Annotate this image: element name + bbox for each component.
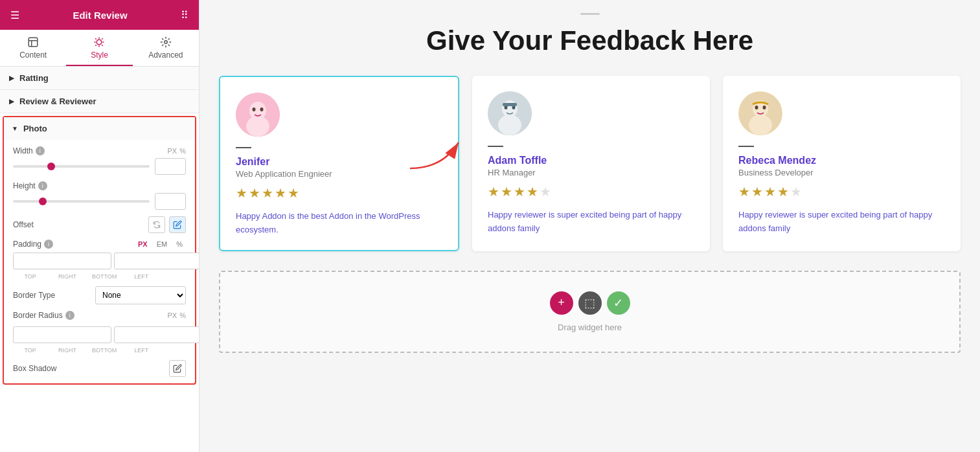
avatar-1	[488, 91, 532, 135]
card-divider-0	[236, 147, 251, 148]
svg-point-1	[97, 40, 102, 45]
confirm-widget-button[interactable]: ✓	[607, 291, 630, 315]
svg-point-7	[260, 107, 264, 111]
review-text-1: Happy reviewer is super excited being pa…	[488, 209, 694, 236]
reviewer-title-2: Business Developer	[738, 168, 945, 177]
reviewer-title-0: Web Application Engnieer	[236, 169, 442, 179]
box-shadow-label: Box Shadow	[13, 364, 56, 373]
drag-buttons: + ⬚ ✓	[550, 291, 630, 315]
review-card-0[interactable]: Jenifer Web Application Engnieer ★ ★ ★ ★…	[219, 76, 459, 251]
border-radius-info-icon[interactable]: i	[65, 311, 74, 320]
svg-point-2	[165, 41, 168, 44]
svg-point-10	[498, 115, 521, 135]
offset-control: Offset	[13, 216, 186, 233]
svg-rect-13	[503, 103, 517, 106]
stars-2: ★ ★ ★ ★ ★	[738, 184, 945, 199]
box-shadow-control: Box Shadow	[13, 360, 186, 377]
grid-icon[interactable]: ⠿	[181, 9, 188, 21]
tab-style-label: Style	[91, 51, 108, 60]
review-card-2[interactable]: Rebeca Mendez Business Developer ★ ★ ★ ★…	[723, 76, 961, 251]
photo-arrow-icon: ▼	[12, 125, 18, 132]
padding-left-label: LEFT	[124, 273, 159, 280]
svg-point-16	[749, 115, 772, 135]
height-input[interactable]	[155, 193, 186, 210]
top-bar-line	[580, 13, 600, 15]
svg-point-18	[763, 106, 766, 109]
section-review-reviewer[interactable]: ▶ Review & Reviewer	[0, 90, 199, 113]
card-divider-2	[738, 146, 754, 147]
reviewer-name-1: Adam Toffle	[488, 155, 694, 166]
br-left-label: LEFT	[124, 347, 159, 354]
br-unit-px[interactable]: PX	[168, 311, 177, 319]
padding-bottom-label: BOTTOM	[87, 273, 122, 280]
border-radius-top-input[interactable]	[13, 326, 111, 343]
padding-top-input[interactable]	[13, 253, 111, 269]
padding-unit-percent[interactable]: %	[173, 240, 186, 249]
height-label: Height i	[13, 181, 186, 190]
cards-row: Jenifer Web Application Engnieer ★ ★ ★ ★…	[219, 76, 961, 251]
avatar-0	[236, 93, 280, 137]
width-label: Width i	[13, 146, 45, 155]
height-control: Height i	[13, 181, 186, 210]
right-content: Give Your Feedback Here Je	[199, 0, 980, 452]
height-info-icon[interactable]: i	[38, 181, 47, 190]
review-card-1[interactable]: Adam Toffle HR Manager ★ ★ ★ ★ ★ Happy r…	[472, 76, 710, 251]
padding-unit-px[interactable]: PX	[135, 240, 151, 249]
panel-title: Edit Review	[73, 10, 127, 21]
padding-unit-em[interactable]: EM	[154, 240, 171, 249]
padding-top-label: TOP	[13, 273, 47, 280]
border-radius-right-input[interactable]	[114, 326, 199, 343]
width-control: Width i PX %	[13, 146, 186, 175]
review-reviewer-label: Review & Reviewer	[19, 96, 97, 106]
br-top-label: TOP	[13, 347, 47, 354]
offset-refresh-icon[interactable]	[148, 216, 165, 233]
reviewer-name-2: Rebeca Mendez	[738, 155, 945, 166]
review-text-2: Happy reviewer is super excited being pa…	[738, 209, 945, 236]
padding-label: Padding i	[13, 240, 53, 249]
padding-right-input[interactable]	[114, 253, 199, 269]
ratting-arrow-icon: ▶	[9, 74, 14, 82]
photo-section-header[interactable]: ▼ Photo	[4, 117, 195, 140]
border-type-control: Border Type None Solid Dashed Dotted	[13, 286, 186, 304]
width-unit-percent[interactable]: %	[179, 147, 186, 155]
photo-controls: Width i PX % Height i	[4, 140, 195, 383]
section-ratting[interactable]: ▶ Ratting	[0, 67, 199, 90]
width-info-icon[interactable]: i	[36, 146, 45, 155]
avatar-2	[738, 91, 782, 135]
width-unit-px[interactable]: PX	[168, 147, 177, 155]
box-shadow-edit-icon[interactable]	[169, 360, 186, 377]
move-widget-button[interactable]: ⬚	[578, 291, 602, 315]
br-right-label: RIGHT	[50, 347, 84, 354]
offset-edit-icon[interactable]	[169, 216, 186, 233]
tab-style[interactable]: Style	[66, 30, 132, 66]
tab-content[interactable]: Content	[0, 30, 66, 66]
add-widget-button[interactable]: +	[550, 291, 573, 315]
drag-widget-area: + ⬚ ✓ Drag widget here	[219, 271, 961, 353]
height-slider[interactable]	[13, 200, 150, 203]
tab-content-label: Content	[19, 51, 47, 60]
border-radius-label: Border Radius i	[13, 311, 74, 320]
tab-advanced[interactable]: Advanced	[133, 30, 199, 66]
panel-tabs: Content Style Advanced	[0, 30, 199, 67]
border-type-label: Border Type	[13, 291, 55, 300]
width-slider[interactable]	[13, 165, 150, 168]
width-input[interactable]	[155, 158, 186, 175]
br-bottom-label: BOTTOM	[87, 347, 122, 354]
border-type-select[interactable]: None Solid Dashed Dotted	[95, 286, 186, 304]
br-unit-percent[interactable]: %	[179, 311, 186, 319]
reviewer-name-0: Jenifer	[236, 156, 442, 168]
stars-1: ★ ★ ★ ★ ★	[488, 184, 694, 199]
review-arrow-icon: ▶	[9, 98, 14, 105]
border-radius-control: Border Radius i PX %	[13, 311, 186, 354]
page-title: Give Your Feedback Here	[219, 25, 961, 56]
svg-point-17	[755, 106, 758, 109]
padding-info-icon[interactable]: i	[44, 240, 53, 249]
svg-point-5	[246, 116, 269, 137]
hamburger-icon[interactable]: ☰	[10, 9, 19, 21]
svg-point-6	[253, 107, 256, 111]
ratting-label: Ratting	[19, 73, 49, 83]
stars-0: ★ ★ ★ ★ ★	[236, 185, 442, 201]
photo-label: Photo	[23, 124, 47, 133]
tab-advanced-label: Advanced	[148, 51, 183, 60]
card-divider-1	[488, 146, 503, 147]
